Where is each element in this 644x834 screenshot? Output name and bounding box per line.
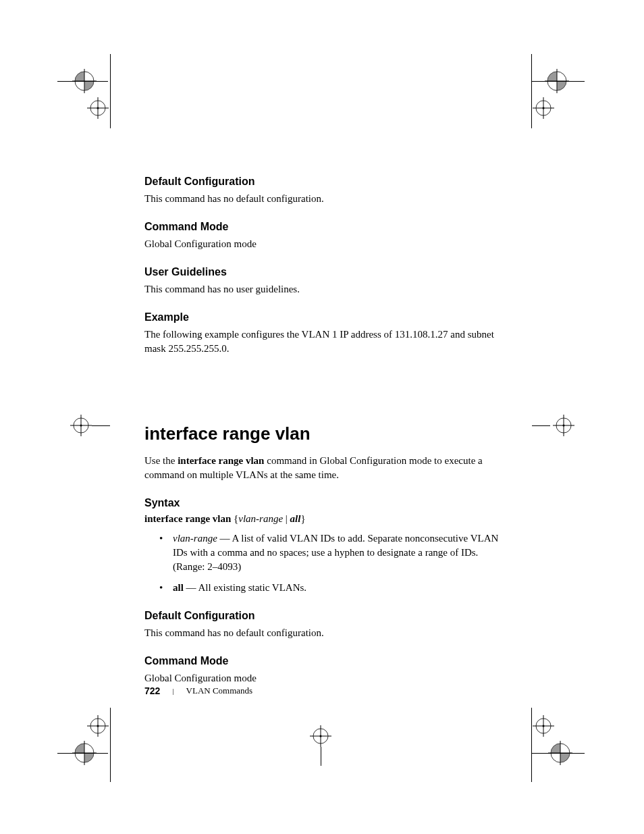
crop-mark-bottom-left: [51, 712, 118, 780]
body-text: Global Configuration mode: [144, 671, 509, 685]
body-text: Global Configuration mode: [144, 237, 509, 251]
page-footer: 722 | VLAN Commands: [144, 685, 252, 696]
svg-point-6: [97, 107, 99, 109]
param-name: all: [173, 582, 184, 593]
list-item: vlan-range — A list of valid VLAN IDs to…: [153, 531, 509, 574]
footer-section-name: VLAN Commands: [186, 685, 253, 696]
heading-syntax: Syntax: [144, 497, 509, 509]
syntax-brace: }: [300, 513, 305, 524]
crop-mark-top-left: [51, 54, 118, 122]
syntax-list: vlan-range — A list of valid VLAN IDs to…: [144, 531, 509, 595]
crop-line: [531, 54, 532, 128]
crop-line: [57, 81, 108, 82]
syntax-brace: {: [231, 513, 238, 524]
body-text: This command has no user guidelines.: [144, 282, 509, 296]
crop-line: [321, 747, 321, 766]
crop-line: [110, 54, 111, 128]
crop-mark-top-right: [523, 54, 591, 122]
list-item: all — All existing static VLANs.: [153, 581, 509, 595]
param-name: vlan-range: [173, 533, 217, 544]
syntax-param: all: [290, 513, 301, 524]
dash: —: [217, 533, 232, 544]
dash: —: [184, 582, 198, 593]
page-content: Default Configuration This command has n…: [144, 176, 509, 685]
crop-mark-bottom-right: [523, 712, 591, 780]
body-text: This command has no default configuratio…: [144, 192, 509, 206]
syntax-param: vlan-range: [238, 513, 283, 524]
intro-bold: interface range vlan: [178, 455, 264, 466]
crop-line: [532, 425, 550, 426]
body-text: This command has no default configuratio…: [144, 626, 509, 640]
crop-line: [532, 753, 585, 754]
heading-example: Example: [144, 311, 509, 323]
param-desc: All existing static VLANs.: [198, 582, 307, 593]
syntax-pipe: |: [283, 513, 290, 524]
svg-point-21: [563, 425, 565, 427]
intro-pre: Use the: [144, 455, 178, 466]
command-intro: Use the interface range vlan command in …: [144, 454, 509, 482]
heading-default-configuration: Default Configuration: [144, 610, 509, 622]
heading-user-guidelines: User Guidelines: [144, 266, 509, 278]
svg-point-36: [543, 725, 545, 727]
svg-point-25: [97, 725, 99, 727]
heading-command-mode: Command Mode: [144, 221, 509, 233]
svg-point-17: [80, 425, 82, 427]
svg-point-13: [543, 107, 545, 109]
crop-line: [57, 753, 108, 754]
crop-line: [110, 708, 111, 782]
body-text: The following example configures the VLA…: [144, 328, 509, 356]
crop-line: [532, 81, 585, 82]
command-title: interface range vlan: [144, 423, 509, 444]
syntax-cmd: interface range vlan: [144, 513, 231, 524]
heading-command-mode: Command Mode: [144, 655, 509, 667]
heading-default-configuration: Default Configuration: [144, 176, 509, 188]
page-number: 722: [144, 685, 160, 696]
syntax-line: interface range vlan {vlan-range | all}: [144, 513, 509, 525]
svg-point-32: [320, 735, 322, 737]
footer-divider: |: [172, 687, 173, 695]
crop-line: [531, 708, 532, 782]
crop-line: [92, 425, 110, 426]
